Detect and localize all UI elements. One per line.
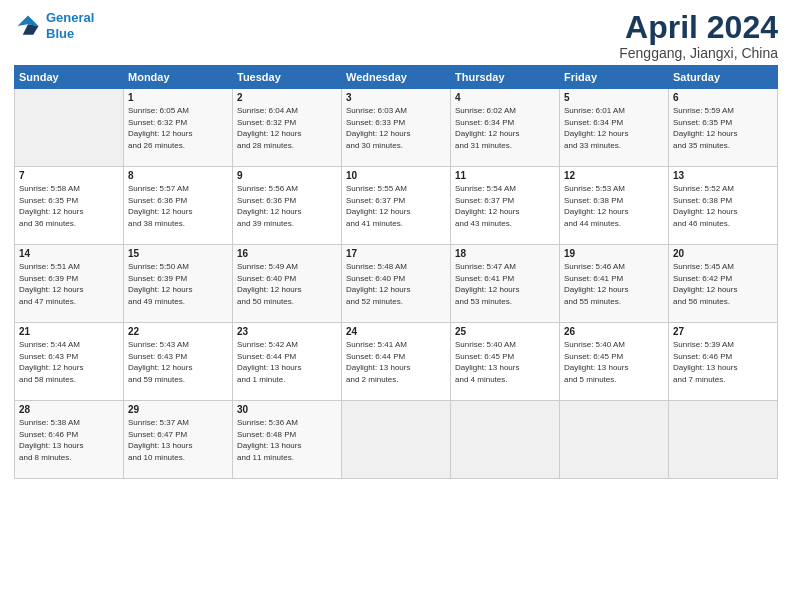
calendar-cell bbox=[669, 401, 778, 479]
calendar-week-4: 28Sunrise: 5:38 AM Sunset: 6:46 PM Dayli… bbox=[15, 401, 778, 479]
day-number: 26 bbox=[564, 326, 664, 337]
calendar-cell: 23Sunrise: 5:42 AM Sunset: 6:44 PM Dayli… bbox=[233, 323, 342, 401]
day-number: 16 bbox=[237, 248, 337, 259]
day-number: 10 bbox=[346, 170, 446, 181]
col-header-sunday: Sunday bbox=[15, 66, 124, 89]
day-number: 27 bbox=[673, 326, 773, 337]
day-number: 20 bbox=[673, 248, 773, 259]
month-title: April 2024 bbox=[619, 10, 778, 45]
day-number: 5 bbox=[564, 92, 664, 103]
day-number: 30 bbox=[237, 404, 337, 415]
calendar-cell: 10Sunrise: 5:55 AM Sunset: 6:37 PM Dayli… bbox=[342, 167, 451, 245]
cell-info: Sunrise: 5:43 AM Sunset: 6:43 PM Dayligh… bbox=[128, 339, 228, 385]
cell-info: Sunrise: 6:05 AM Sunset: 6:32 PM Dayligh… bbox=[128, 105, 228, 151]
calendar-cell: 7Sunrise: 5:58 AM Sunset: 6:35 PM Daylig… bbox=[15, 167, 124, 245]
svg-marker-1 bbox=[23, 24, 39, 35]
calendar-cell: 4Sunrise: 6:02 AM Sunset: 6:34 PM Daylig… bbox=[451, 89, 560, 167]
calendar-cell bbox=[342, 401, 451, 479]
calendar-cell: 3Sunrise: 6:03 AM Sunset: 6:33 PM Daylig… bbox=[342, 89, 451, 167]
calendar-cell: 11Sunrise: 5:54 AM Sunset: 6:37 PM Dayli… bbox=[451, 167, 560, 245]
col-header-wednesday: Wednesday bbox=[342, 66, 451, 89]
logo-icon bbox=[14, 12, 42, 40]
cell-info: Sunrise: 5:53 AM Sunset: 6:38 PM Dayligh… bbox=[564, 183, 664, 229]
cell-info: Sunrise: 5:55 AM Sunset: 6:37 PM Dayligh… bbox=[346, 183, 446, 229]
cell-info: Sunrise: 5:38 AM Sunset: 6:46 PM Dayligh… bbox=[19, 417, 119, 463]
day-number: 13 bbox=[673, 170, 773, 181]
day-number: 4 bbox=[455, 92, 555, 103]
calendar-cell: 12Sunrise: 5:53 AM Sunset: 6:38 PM Dayli… bbox=[560, 167, 669, 245]
cell-info: Sunrise: 5:58 AM Sunset: 6:35 PM Dayligh… bbox=[19, 183, 119, 229]
cell-info: Sunrise: 5:51 AM Sunset: 6:39 PM Dayligh… bbox=[19, 261, 119, 307]
cell-info: Sunrise: 5:36 AM Sunset: 6:48 PM Dayligh… bbox=[237, 417, 337, 463]
day-number: 15 bbox=[128, 248, 228, 259]
cell-info: Sunrise: 5:57 AM Sunset: 6:36 PM Dayligh… bbox=[128, 183, 228, 229]
cell-info: Sunrise: 5:56 AM Sunset: 6:36 PM Dayligh… bbox=[237, 183, 337, 229]
cell-info: Sunrise: 5:52 AM Sunset: 6:38 PM Dayligh… bbox=[673, 183, 773, 229]
calendar-cell: 20Sunrise: 5:45 AM Sunset: 6:42 PM Dayli… bbox=[669, 245, 778, 323]
cell-info: Sunrise: 6:02 AM Sunset: 6:34 PM Dayligh… bbox=[455, 105, 555, 151]
cell-info: Sunrise: 5:44 AM Sunset: 6:43 PM Dayligh… bbox=[19, 339, 119, 385]
col-header-saturday: Saturday bbox=[669, 66, 778, 89]
day-number: 12 bbox=[564, 170, 664, 181]
calendar-week-1: 7Sunrise: 5:58 AM Sunset: 6:35 PM Daylig… bbox=[15, 167, 778, 245]
calendar-cell: 22Sunrise: 5:43 AM Sunset: 6:43 PM Dayli… bbox=[124, 323, 233, 401]
calendar-cell: 25Sunrise: 5:40 AM Sunset: 6:45 PM Dayli… bbox=[451, 323, 560, 401]
cell-info: Sunrise: 5:54 AM Sunset: 6:37 PM Dayligh… bbox=[455, 183, 555, 229]
cell-info: Sunrise: 5:47 AM Sunset: 6:41 PM Dayligh… bbox=[455, 261, 555, 307]
day-number: 18 bbox=[455, 248, 555, 259]
cell-info: Sunrise: 5:40 AM Sunset: 6:45 PM Dayligh… bbox=[564, 339, 664, 385]
day-number: 24 bbox=[346, 326, 446, 337]
day-number: 6 bbox=[673, 92, 773, 103]
day-number: 22 bbox=[128, 326, 228, 337]
calendar-cell: 24Sunrise: 5:41 AM Sunset: 6:44 PM Dayli… bbox=[342, 323, 451, 401]
cell-info: Sunrise: 5:50 AM Sunset: 6:39 PM Dayligh… bbox=[128, 261, 228, 307]
day-number: 7 bbox=[19, 170, 119, 181]
header: General Blue April 2024 Fenggang, Jiangx… bbox=[14, 10, 778, 61]
calendar-week-2: 14Sunrise: 5:51 AM Sunset: 6:39 PM Dayli… bbox=[15, 245, 778, 323]
subtitle: Fenggang, Jiangxi, China bbox=[619, 45, 778, 61]
logo: General Blue bbox=[14, 10, 94, 41]
cell-info: Sunrise: 6:04 AM Sunset: 6:32 PM Dayligh… bbox=[237, 105, 337, 151]
calendar-cell: 29Sunrise: 5:37 AM Sunset: 6:47 PM Dayli… bbox=[124, 401, 233, 479]
calendar-cell: 8Sunrise: 5:57 AM Sunset: 6:36 PM Daylig… bbox=[124, 167, 233, 245]
calendar-cell: 16Sunrise: 5:49 AM Sunset: 6:40 PM Dayli… bbox=[233, 245, 342, 323]
main-container: General Blue April 2024 Fenggang, Jiangx… bbox=[0, 0, 792, 487]
calendar-cell: 27Sunrise: 5:39 AM Sunset: 6:46 PM Dayli… bbox=[669, 323, 778, 401]
day-number: 17 bbox=[346, 248, 446, 259]
calendar-cell: 2Sunrise: 6:04 AM Sunset: 6:32 PM Daylig… bbox=[233, 89, 342, 167]
day-number: 9 bbox=[237, 170, 337, 181]
calendar-cell bbox=[15, 89, 124, 167]
calendar-cell: 1Sunrise: 6:05 AM Sunset: 6:32 PM Daylig… bbox=[124, 89, 233, 167]
logo-text: General Blue bbox=[46, 10, 94, 41]
calendar-cell: 26Sunrise: 5:40 AM Sunset: 6:45 PM Dayli… bbox=[560, 323, 669, 401]
cell-info: Sunrise: 5:39 AM Sunset: 6:46 PM Dayligh… bbox=[673, 339, 773, 385]
cell-info: Sunrise: 5:41 AM Sunset: 6:44 PM Dayligh… bbox=[346, 339, 446, 385]
day-number: 29 bbox=[128, 404, 228, 415]
calendar-table: SundayMondayTuesdayWednesdayThursdayFrid… bbox=[14, 65, 778, 479]
calendar-cell: 5Sunrise: 6:01 AM Sunset: 6:34 PM Daylig… bbox=[560, 89, 669, 167]
calendar-cell: 14Sunrise: 5:51 AM Sunset: 6:39 PM Dayli… bbox=[15, 245, 124, 323]
cell-info: Sunrise: 5:45 AM Sunset: 6:42 PM Dayligh… bbox=[673, 261, 773, 307]
cell-info: Sunrise: 5:46 AM Sunset: 6:41 PM Dayligh… bbox=[564, 261, 664, 307]
calendar-cell: 19Sunrise: 5:46 AM Sunset: 6:41 PM Dayli… bbox=[560, 245, 669, 323]
calendar-cell: 13Sunrise: 5:52 AM Sunset: 6:38 PM Dayli… bbox=[669, 167, 778, 245]
cell-info: Sunrise: 6:01 AM Sunset: 6:34 PM Dayligh… bbox=[564, 105, 664, 151]
col-header-friday: Friday bbox=[560, 66, 669, 89]
day-number: 1 bbox=[128, 92, 228, 103]
cell-info: Sunrise: 5:49 AM Sunset: 6:40 PM Dayligh… bbox=[237, 261, 337, 307]
title-block: April 2024 Fenggang, Jiangxi, China bbox=[619, 10, 778, 61]
cell-info: Sunrise: 5:37 AM Sunset: 6:47 PM Dayligh… bbox=[128, 417, 228, 463]
calendar-cell: 28Sunrise: 5:38 AM Sunset: 6:46 PM Dayli… bbox=[15, 401, 124, 479]
calendar-header-row: SundayMondayTuesdayWednesdayThursdayFrid… bbox=[15, 66, 778, 89]
day-number: 14 bbox=[19, 248, 119, 259]
day-number: 23 bbox=[237, 326, 337, 337]
calendar-cell bbox=[451, 401, 560, 479]
cell-info: Sunrise: 5:40 AM Sunset: 6:45 PM Dayligh… bbox=[455, 339, 555, 385]
calendar-cell: 17Sunrise: 5:48 AM Sunset: 6:40 PM Dayli… bbox=[342, 245, 451, 323]
calendar-cell: 21Sunrise: 5:44 AM Sunset: 6:43 PM Dayli… bbox=[15, 323, 124, 401]
cell-info: Sunrise: 5:48 AM Sunset: 6:40 PM Dayligh… bbox=[346, 261, 446, 307]
cell-info: Sunrise: 5:59 AM Sunset: 6:35 PM Dayligh… bbox=[673, 105, 773, 151]
cell-info: Sunrise: 6:03 AM Sunset: 6:33 PM Dayligh… bbox=[346, 105, 446, 151]
calendar-cell: 6Sunrise: 5:59 AM Sunset: 6:35 PM Daylig… bbox=[669, 89, 778, 167]
calendar-week-3: 21Sunrise: 5:44 AM Sunset: 6:43 PM Dayli… bbox=[15, 323, 778, 401]
